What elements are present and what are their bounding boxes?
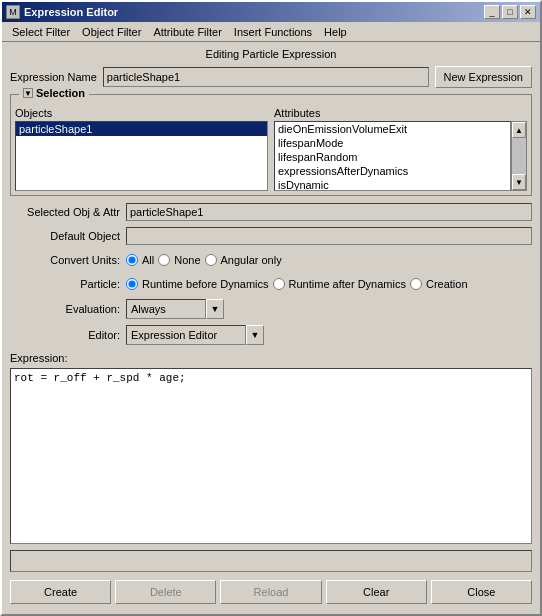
section-title: Editing Particle Expression (10, 48, 532, 60)
editor-row: Editor: ▼ (10, 324, 532, 346)
menu-object-filter[interactable]: Object Filter (76, 24, 147, 40)
editor-label: Editor: (10, 329, 120, 341)
selection-legend: ▼ Selection (19, 87, 89, 99)
scroll-track (512, 138, 526, 174)
main-window: M Expression Editor _ □ ✕ Select Filter … (0, 0, 542, 616)
create-button[interactable]: Create (10, 580, 111, 604)
objects-attrs-row: Objects particleShape1 Attributes dieOnE… (15, 107, 527, 191)
menu-insert-functions[interactable]: Insert Functions (228, 24, 318, 40)
convert-all-radio[interactable] (126, 254, 138, 266)
clear-button[interactable]: Clear (326, 580, 427, 604)
attributes-column: Attributes dieOnEmissionVolumeExit lifes… (274, 107, 527, 191)
selected-obj-attr-row: Selected Obj & Attr (10, 202, 532, 222)
reload-button[interactable]: Reload (220, 580, 321, 604)
scroll-down-btn[interactable]: ▼ (512, 174, 526, 190)
evaluation-label: Evaluation: (10, 303, 120, 315)
convert-units-row: Convert Units: All None Angular only (10, 250, 532, 270)
convert-angular-label: Angular only (221, 254, 282, 266)
objects-column: Objects particleShape1 (15, 107, 268, 191)
particle-creation-radio[interactable] (410, 278, 422, 290)
editor-arrow-icon[interactable]: ▼ (246, 325, 264, 345)
attributes-list[interactable]: dieOnEmissionVolumeExit lifespanMode lif… (274, 121, 511, 191)
window-title: Expression Editor (24, 6, 118, 18)
convert-angular-radio[interactable] (205, 254, 217, 266)
title-bar: M Expression Editor _ □ ✕ (2, 2, 540, 22)
scroll-up-btn[interactable]: ▲ (512, 122, 526, 138)
evaluation-row: Evaluation: ▼ (10, 298, 532, 320)
list-item[interactable]: expressionsAfterDynamics (275, 164, 510, 178)
legend-arrow-icon[interactable]: ▼ (23, 88, 33, 98)
status-bar (10, 550, 532, 572)
particle-runtime-after-label: Runtime after Dynamics (289, 278, 406, 290)
particle-runtime-before-label: Runtime before Dynamics (142, 278, 269, 290)
list-item[interactable]: lifespanRandom (275, 150, 510, 164)
particle-creation-label: Creation (426, 278, 468, 290)
editor-input[interactable] (126, 325, 246, 345)
attrs-scrollbar[interactable]: ▲ ▼ (511, 121, 527, 191)
title-bar-controls: _ □ ✕ (484, 5, 536, 19)
selected-obj-attr-input[interactable] (126, 203, 532, 221)
minimize-button[interactable]: _ (484, 5, 500, 19)
convert-units-group: All None Angular only (126, 254, 282, 266)
title-bar-left: M Expression Editor (6, 5, 118, 19)
attributes-label: Attributes (274, 107, 527, 119)
menu-attribute-filter[interactable]: Attribute Filter (147, 24, 227, 40)
particle-label: Particle: (10, 278, 120, 290)
convert-all-label: All (142, 254, 154, 266)
close-button-bottom[interactable]: Close (431, 580, 532, 604)
convert-none-radio[interactable] (158, 254, 170, 266)
attrs-wrapper: dieOnEmissionVolumeExit lifespanMode lif… (274, 121, 527, 191)
expr-name-input[interactable] (103, 67, 429, 87)
list-item[interactable]: isDynamic (275, 178, 510, 191)
selected-obj-attr-label: Selected Obj & Attr (10, 206, 120, 218)
particle-runtime-after-radio[interactable] (273, 278, 285, 290)
menu-select-filter[interactable]: Select Filter (6, 24, 76, 40)
list-item[interactable]: dieOnEmissionVolumeExit (275, 122, 510, 136)
particle-row: Particle: Runtime before Dynamics Runtim… (10, 274, 532, 294)
list-item[interactable]: particleShape1 (16, 122, 267, 136)
app-icon: M (6, 5, 20, 19)
list-item[interactable]: lifespanMode (275, 136, 510, 150)
convert-units-label: Convert Units: (10, 254, 120, 266)
particle-runtime-before-radio[interactable] (126, 278, 138, 290)
bottom-buttons: Create Delete Reload Clear Close (10, 580, 532, 608)
content-area: Editing Particle Expression Expression N… (2, 42, 540, 614)
new-expression-button[interactable]: New Expression (435, 66, 532, 88)
objects-label: Objects (15, 107, 268, 119)
selection-legend-text: Selection (36, 87, 85, 99)
evaluation-combo: ▼ (126, 299, 224, 319)
menu-bar: Select Filter Object Filter Attribute Fi… (2, 22, 540, 42)
evaluation-arrow-icon[interactable]: ▼ (206, 299, 224, 319)
expr-name-label: Expression Name (10, 71, 97, 83)
menu-help[interactable]: Help (318, 24, 353, 40)
default-object-input[interactable] (126, 227, 532, 245)
default-object-row: Default Object (10, 226, 532, 246)
evaluation-input[interactable] (126, 299, 206, 319)
default-object-label: Default Object (10, 230, 120, 242)
particle-group: Runtime before Dynamics Runtime after Dy… (126, 278, 468, 290)
expr-name-row: Expression Name New Expression (10, 66, 532, 88)
objects-list[interactable]: particleShape1 (15, 121, 268, 191)
close-button[interactable]: ✕ (520, 5, 536, 19)
maximize-button[interactable]: □ (502, 5, 518, 19)
expression-textarea[interactable]: rot = r_off + r_spd * age; (10, 368, 532, 544)
expression-label: Expression: (10, 352, 532, 364)
editor-combo: ▼ (126, 325, 264, 345)
delete-button[interactable]: Delete (115, 580, 216, 604)
convert-none-label: None (174, 254, 200, 266)
selection-group: ▼ Selection Objects particleShape1 Attri… (10, 94, 532, 196)
